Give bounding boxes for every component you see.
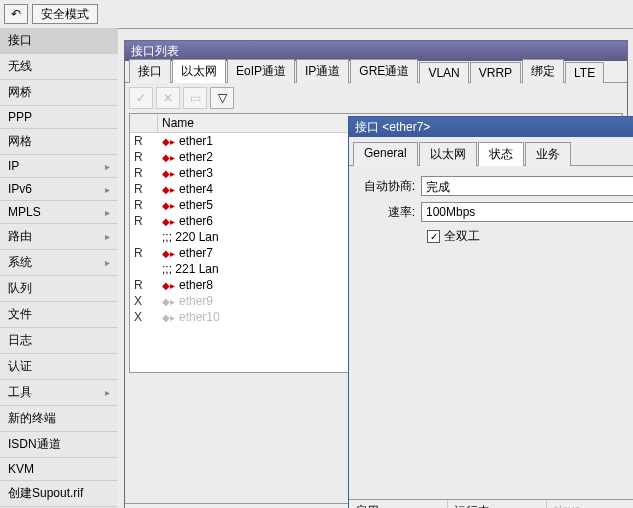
sidebar-item-ppp[interactable]: PPP [0, 106, 118, 129]
filter-button[interactable]: ▽ [210, 87, 234, 109]
sidebar-item-files[interactable]: 文件 [0, 302, 118, 328]
undo-button[interactable]: ↶ [4, 4, 28, 24]
sidebar-item-queues[interactable]: 队列 [0, 276, 118, 302]
tab-ethernet[interactable]: 以太网 [172, 59, 226, 83]
iflist-tabs: 接口 以太网 EoIP通道 IP通道 GRE通道 VLAN VRRP 绑定 LT… [125, 61, 627, 83]
enable-button[interactable]: ✓ [129, 87, 153, 109]
comment-button[interactable]: ▭ [183, 87, 207, 109]
sidebar-item-radius[interactable]: 认证 [0, 354, 118, 380]
safe-mode-button[interactable]: 安全模式 [32, 4, 98, 24]
tab-iptunnel[interactable]: IP通道 [296, 59, 349, 83]
chevron-right-icon: ▸ [105, 184, 110, 195]
sidebar-item-ip[interactable]: IP▸ [0, 155, 118, 178]
sidebar-item-ipv6[interactable]: IPv6▸ [0, 178, 118, 201]
status-slave: slave [547, 500, 633, 508]
interface-dialog: 接口 <ether7> ▭ ✕ General 以太网 状态 业务 自动协商: … [348, 116, 633, 508]
ethernet-icon: ◆▸ [162, 312, 175, 323]
ethernet-icon: ◆▸ [162, 296, 175, 307]
ethernet-icon: ◆▸ [162, 152, 175, 163]
tab-interface[interactable]: 接口 [129, 59, 171, 83]
window-title: 接口列表 [125, 41, 627, 61]
dialog-title: 接口 <ether7> [355, 119, 430, 136]
sidebar-item-supout[interactable]: 创建Supout.rif [0, 481, 118, 507]
status-running: 运行中 [448, 500, 547, 508]
tab-bonding[interactable]: 绑定 [522, 59, 564, 83]
full-duplex-checkbox: ✓ [427, 230, 440, 243]
dlg-tab-status[interactable]: 状态 [478, 142, 524, 166]
ethernet-icon: ◆▸ [162, 184, 175, 195]
sidebar: 接口 无线 网桥 PPP 网格 IP▸ IPv6▸ MPLS▸ 路由▸ 系统▸ … [0, 28, 118, 508]
ethernet-icon: ◆▸ [162, 168, 175, 179]
sidebar-item-kvm[interactable]: KVM [0, 458, 118, 481]
ethernet-icon: ◆▸ [162, 200, 175, 211]
sidebar-item-mpls[interactable]: MPLS▸ [0, 201, 118, 224]
sidebar-item-terminal[interactable]: 新的终端 [0, 406, 118, 432]
sidebar-item-isdn[interactable]: ISDN通道 [0, 432, 118, 458]
tab-gre[interactable]: GRE通道 [350, 59, 418, 83]
tab-lte[interactable]: LTE [565, 62, 604, 83]
ethernet-icon: ◆▸ [162, 216, 175, 227]
dlg-tab-general[interactable]: General [353, 142, 418, 166]
sidebar-item-mesh[interactable]: 网格 [0, 129, 118, 155]
chevron-right-icon: ▸ [105, 231, 110, 242]
sidebar-item-interface[interactable]: 接口 [0, 28, 118, 54]
tab-eoip[interactable]: EoIP通道 [227, 59, 295, 83]
full-duplex-label: 全双工 [444, 228, 480, 245]
chevron-right-icon: ▸ [105, 207, 110, 218]
tab-vlan[interactable]: VLAN [419, 62, 468, 83]
sidebar-item-log[interactable]: 日志 [0, 328, 118, 354]
chevron-right-icon: ▸ [105, 387, 110, 398]
sidebar-item-bridge[interactable]: 网桥 [0, 80, 118, 106]
tab-vrrp[interactable]: VRRP [470, 62, 521, 83]
chevron-right-icon: ▸ [105, 257, 110, 268]
dlg-tab-ethernet[interactable]: 以太网 [419, 142, 477, 166]
rate-label: 速率: [357, 204, 421, 221]
status-enabled: 启用 [349, 500, 448, 508]
auto-neg-label: 自动协商: [357, 178, 421, 195]
disable-button[interactable]: ✕ [156, 87, 180, 109]
chevron-right-icon: ▸ [105, 161, 110, 172]
ethernet-icon: ◆▸ [162, 280, 175, 291]
col-flag[interactable] [130, 114, 158, 132]
dlg-tab-traffic[interactable]: 业务 [525, 142, 571, 166]
sidebar-item-tools[interactable]: 工具▸ [0, 380, 118, 406]
sidebar-item-routing[interactable]: 路由▸ [0, 224, 118, 250]
ethernet-icon: ◆▸ [162, 136, 175, 147]
sidebar-item-wireless[interactable]: 无线 [0, 54, 118, 80]
ethernet-icon: ◆▸ [162, 248, 175, 259]
rate-field: 100Mbps [421, 202, 633, 222]
sidebar-item-system[interactable]: 系统▸ [0, 250, 118, 276]
auto-neg-field: 完成 [421, 176, 633, 196]
